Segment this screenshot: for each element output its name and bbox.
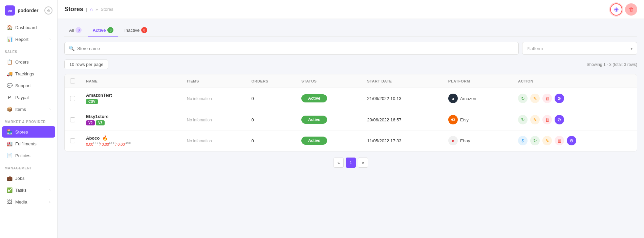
sidebar-item-trackings[interactable]: 🚚 Trackings (2, 68, 55, 79)
arrow-media: › (49, 200, 50, 204)
platform-select[interactable]: Platform ▾ (522, 42, 637, 55)
settings-button-amazontest[interactable]: ⚙ (555, 94, 564, 103)
tab-inactive-badge: 0 (141, 27, 147, 33)
sidebar-item-report[interactable]: 📊 Report › (2, 33, 55, 45)
tab-active[interactable]: Active 3 (88, 24, 118, 37)
sidebar-item-items[interactable]: 📦 Items › (2, 103, 55, 115)
sidebar-item-policies[interactable]: 📄 Policies (2, 150, 55, 161)
dollar-button-aboco[interactable]: $ (518, 136, 528, 145)
status-badge-etsy1store: Active (301, 116, 327, 124)
row-checkbox-amazontest[interactable] (70, 96, 75, 101)
price-row-aboco: 0.00USD/ 0.00USD/ 0.00USD (86, 141, 176, 146)
platform-name-amazontest: Amazon (460, 96, 476, 101)
prev-page-button[interactable]: « (334, 158, 344, 168)
row-name-cell-aboco: Aboco 🔥 0.00USD/ 0.00USD/ 0.00USD (81, 130, 181, 151)
row-name-cell-etsy1store: Etsy1store V2V3 (81, 109, 181, 130)
actions-amazontest: ↻ ✎ 🗑 ⚙ (518, 94, 631, 103)
target-icon[interactable]: ⊙ (44, 6, 52, 15)
support-icon: 💬 (7, 83, 12, 88)
sidebar-label-fulfilments: Fulfilments (15, 141, 50, 146)
sidebar-item-media[interactable]: 🖼 Media › (2, 196, 55, 208)
pagination: « 1 » (64, 151, 637, 174)
sidebar-item-tasks[interactable]: ✅ Tasks › (2, 184, 55, 196)
row-checkbox-aboco[interactable] (70, 138, 75, 143)
sidebar-label-trackings: Trackings (15, 71, 50, 76)
platform-placeholder: Platform (527, 46, 543, 51)
sidebar-label-items: Items (15, 107, 46, 112)
sidebar-label-tasks: Tasks (15, 188, 46, 193)
add-store-button[interactable]: ⊕ (610, 3, 622, 16)
tab-inactive[interactable]: Inactive 0 (120, 24, 152, 37)
start-date-aboco: 11/05/2022 17:33 (367, 138, 401, 143)
settings-button-etsy1store[interactable]: ⚙ (555, 115, 564, 124)
tag-csv: CSV (86, 99, 98, 104)
delete-button-amazontest[interactable]: 🗑 (542, 94, 552, 103)
media-icon: 🖼 (7, 199, 12, 205)
section-label-sales: SALES (0, 45, 57, 56)
tab-all[interactable]: All 3 (64, 24, 86, 37)
tab-all-badge: 3 (76, 27, 82, 33)
breadcrumb-stores: Stores (101, 7, 113, 12)
arrow-items: › (49, 108, 50, 111)
row-items-cell-etsy1store: No infomation (181, 109, 246, 130)
breadcrumb-arrow: » (95, 7, 98, 12)
row-orders-cell-etsy1store: 0 (246, 109, 296, 130)
row-action-cell-etsy1store: ↻ ✎ 🗑 ⚙ (513, 109, 637, 130)
row-status-cell-etsy1store: Active (296, 109, 362, 130)
table-row-aboco: Aboco 🔥 0.00USD/ 0.00USD/ 0.00USD No inf… (65, 130, 637, 151)
next-page-button[interactable]: » (358, 158, 368, 168)
platform-name-aboco: Ebay (460, 138, 470, 143)
sidebar-label-support: Support (15, 83, 50, 88)
search-input[interactable] (77, 46, 514, 51)
sidebar-item-paypal[interactable]: P Paypal (2, 92, 55, 103)
items-value-etsy1store: No infomation (187, 118, 212, 122)
sync-button-etsy1store[interactable]: ↻ (518, 115, 528, 124)
sidebar: po podorder ⊙ 🏠 Dashboard 📊 Report ›SALE… (0, 0, 58, 238)
sidebar-item-orders[interactable]: 📋 Orders (2, 56, 55, 68)
row-checkbox-etsy1store[interactable] (70, 117, 75, 122)
orders-value-etsy1store: 0 (251, 117, 254, 122)
tag-v2: V2 (86, 120, 95, 125)
start-date-etsy1store: 20/06/2022 16:57 (367, 117, 401, 122)
stores-icon: 🏪 (7, 129, 12, 135)
edit-button-amazontest[interactable]: ✎ (530, 94, 540, 103)
orders-icon: 📋 (7, 59, 12, 65)
edit-button-aboco[interactable]: ✎ (542, 136, 552, 145)
header-name: NAME (81, 74, 181, 88)
select-all-checkbox[interactable] (70, 78, 75, 84)
store-name-etsy1store: Etsy1store (86, 114, 176, 119)
sidebar-label-stores: Stores (15, 129, 50, 135)
sync-button-aboco[interactable]: ↻ (530, 136, 540, 145)
trackings-icon: 🚚 (7, 71, 12, 76)
actions-aboco: $ ↻ ✎ 🗑 ⚙ (518, 136, 631, 145)
settings-button-aboco[interactable]: ⚙ (567, 136, 576, 145)
logo-text: podorder (18, 8, 38, 13)
sidebar-item-jobs[interactable]: 💼 Jobs (2, 172, 55, 184)
items-value-amazontest: No infomation (187, 96, 212, 101)
row-platform-cell-etsy1store: 🏷 Etsy (443, 109, 513, 130)
sidebar-item-dashboard[interactable]: 🏠 Dashboard (2, 22, 55, 33)
row-action-cell-amazontest: ↻ ✎ 🗑 ⚙ (513, 88, 637, 109)
main-area: Stores | ⌂ » Stores ⊕ 🗑 All 3 Active 3 I… (58, 0, 644, 238)
rows-per-page-button[interactable]: 10 rows per page (64, 60, 108, 69)
delete-button-aboco[interactable]: 🗑 (555, 136, 564, 145)
status-badge-aboco: Active (301, 137, 327, 145)
row-orders-cell-amazontest: 0 (246, 88, 296, 109)
tag-v3: V3 (96, 120, 105, 125)
report-icon: 📊 (7, 37, 12, 42)
platform-chevron: ▾ (630, 46, 633, 51)
showing-text: Showing 1 - 3 (total: 3 rows) (587, 62, 637, 67)
arrow-tasks: › (49, 188, 50, 192)
delete-button-etsy1store[interactable]: 🗑 (542, 115, 552, 124)
store-name-amazontest: AmazonTest (86, 93, 176, 98)
sidebar-item-support[interactable]: 💬 Support (2, 80, 55, 91)
delete-button[interactable]: 🗑 (625, 3, 637, 16)
row-date-cell-amazontest: 21/06/2022 10:13 (362, 88, 443, 109)
sidebar-item-stores[interactable]: 🏪 Stores (2, 126, 55, 138)
sync-button-amazontest[interactable]: ↻ (518, 94, 528, 103)
home-icon[interactable]: ⌂ (90, 7, 92, 12)
edit-button-etsy1store[interactable]: ✎ (530, 115, 540, 124)
page-1-button[interactable]: 1 (346, 158, 356, 168)
sidebar-item-fulfilments[interactable]: 🏭 Fulfilments (2, 138, 55, 149)
row-status-cell-amazontest: Active (296, 88, 362, 109)
